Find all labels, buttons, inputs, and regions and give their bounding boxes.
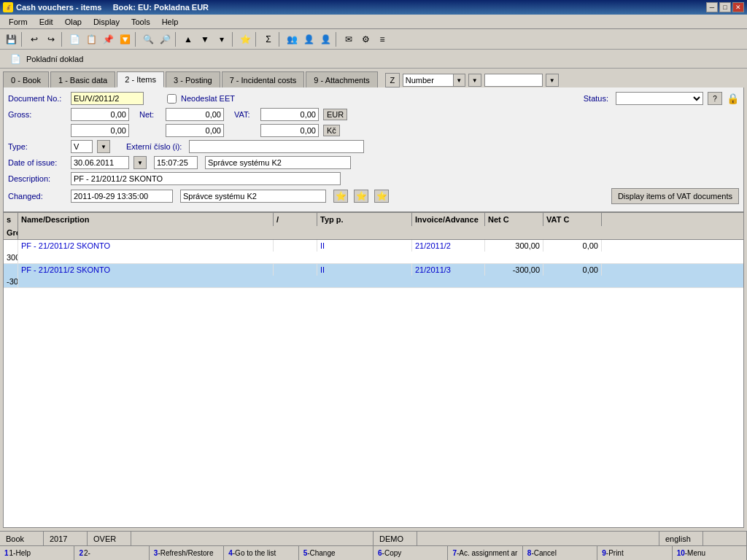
changed-btn-1[interactable]: ⭐ <box>333 190 348 203</box>
number-input[interactable] <box>403 74 454 87</box>
toolbar-redo[interactable]: ↪ <box>43 31 59 47</box>
externi-cislo-input[interactable] <box>189 140 364 153</box>
fn-1[interactable]: 11-Help <box>0 546 74 560</box>
col-header-invoice[interactable]: Invoice/Advance <box>412 213 485 226</box>
toolbar-paste[interactable]: 📌 <box>100 31 116 47</box>
close-button[interactable]: ✕ <box>732 2 744 12</box>
fn-5[interactable]: 5-Change <box>299 546 374 560</box>
main-content: 0 - Book 1 - Basic data 2 - Items 3 - Po… <box>0 69 747 531</box>
tab-9[interactable]: 9 - Attachments <box>306 71 377 88</box>
toolbar-save[interactable]: 💾 <box>3 31 19 47</box>
status-info-btn[interactable]: ? <box>708 92 722 105</box>
toolbar-filter[interactable]: 🔽 <box>117 31 133 47</box>
toolbar-search2[interactable]: 🔎 <box>157 31 173 47</box>
menu-edit[interactable]: Edit <box>34 16 59 28</box>
fn-10[interactable]: 10-Menu <box>673 546 747 560</box>
toolbar-mail[interactable]: ✉ <box>341 31 357 47</box>
vat-input-1[interactable] <box>260 108 319 121</box>
number-dropdown-arrow[interactable]: ▼ <box>454 74 465 87</box>
fn-2[interactable]: 22- <box>74 546 149 560</box>
col-header-vat[interactable]: VAT C <box>543 213 602 226</box>
cell-s-0 <box>4 240 18 252</box>
document-no-label: Document No.: <box>8 94 66 103</box>
document-no-input[interactable] <box>71 92 144 105</box>
time-input[interactable] <box>154 156 198 169</box>
type-input[interactable] <box>71 140 93 153</box>
tab-3[interactable]: 3 - Posting <box>166 71 220 88</box>
vat-input-2[interactable] <box>260 124 319 137</box>
table-row[interactable]: PF - 21/2011/2 SKONTO II 21/2011/3 -300,… <box>4 264 743 288</box>
fn-9[interactable]: 9-Print <box>597 546 672 560</box>
grid-body: PF - 21/2011/2 SKONTO II 21/2011/2 300,0… <box>4 240 743 527</box>
extra-dropdown-1[interactable]: ▼ <box>468 74 481 87</box>
fn-8[interactable]: 8-Cancel <box>523 546 597 560</box>
changed-btn-2[interactable]: ⭐ <box>354 190 368 203</box>
toolbar-dropdown[interactable]: ▾ <box>214 31 230 47</box>
toolbar-copy[interactable]: 📋 <box>83 31 99 47</box>
changed-btn-3[interactable]: ⭐ <box>374 190 389 203</box>
toolbar-undo[interactable]: ↩ <box>26 31 42 47</box>
description-input[interactable] <box>71 172 341 185</box>
menu-display[interactable]: Display <box>88 16 125 28</box>
extra-dropdown-2[interactable]: ▼ <box>546 74 559 87</box>
gross-input-1[interactable] <box>71 108 129 121</box>
col-header-net[interactable]: Net C <box>485 213 543 226</box>
toolbar-up[interactable]: ▲ <box>180 31 196 47</box>
toolbar-settings[interactable]: ⚙ <box>357 31 374 47</box>
date-dropdown[interactable]: ▼ <box>133 156 147 169</box>
col-header-typ[interactable]: Typ p. <box>317 213 412 226</box>
pokladni-icon[interactable]: 📄 <box>7 51 23 67</box>
fn-7[interactable]: 7-Ac. assignment ar <box>448 546 522 560</box>
changed-input[interactable] <box>71 190 173 203</box>
tab-7[interactable]: 7 - Incidental costs <box>222 71 305 88</box>
toolbar-sigma[interactable]: Σ <box>260 31 276 47</box>
minimize-button[interactable]: ─ <box>706 2 718 12</box>
toolbar-star[interactable]: ⭐ <box>237 31 253 47</box>
tab-z-button[interactable]: Z <box>385 73 400 88</box>
data-grid: s Name/Description / Typ p. Invoice/Adva… <box>3 212 744 528</box>
cell-typ-0: II <box>317 240 412 252</box>
col-header-gross[interactable]: Gross C <box>4 226 18 239</box>
changed-label: Changed: <box>8 192 66 201</box>
menu-form[interactable]: Form <box>3 16 34 28</box>
net-input-2[interactable] <box>166 124 224 137</box>
fn-3[interactable]: 3-Refresh/Restore <box>150 546 224 560</box>
type-dropdown[interactable]: ▼ <box>97 140 110 153</box>
cell-gross-0: 300,00 <box>4 252 18 263</box>
cell-name-1: PF - 21/2011/2 SKONTO <box>18 264 274 276</box>
extra-input[interactable] <box>484 74 543 87</box>
neodeslat-eet-checkbox[interactable] <box>167 94 177 104</box>
toolbar-menu[interactable]: ≡ <box>374 31 390 47</box>
fn-6[interactable]: 6-Copy <box>374 546 448 560</box>
gross-input-2[interactable] <box>71 124 129 137</box>
net-input-1[interactable] <box>166 108 224 121</box>
date-input[interactable] <box>71 156 129 169</box>
display-vat-button[interactable]: Display items of VAT documents <box>611 188 739 204</box>
toolbar-search1[interactable]: 🔍 <box>140 31 156 47</box>
changed-user-input[interactable] <box>180 190 326 203</box>
form-row-6: Changed: ⭐ ⭐ ⭐ Display items of VAT docu… <box>8 188 739 204</box>
fn-4[interactable]: 4-Go to the list <box>224 546 298 560</box>
col-header-sort[interactable]: / <box>274 213 317 226</box>
cell-vat-0: 0,00 <box>543 240 602 252</box>
cell-net-0: 300,00 <box>485 240 543 252</box>
cell-invoice-0: 21/2011/2 <box>412 240 485 252</box>
toolbar-down[interactable]: ▼ <box>197 31 213 47</box>
menu-tools[interactable]: Tools <box>125 16 156 28</box>
toolbar-users1[interactable]: 👥 <box>284 31 300 47</box>
table-row[interactable]: PF - 21/2011/2 SKONTO II 21/2011/2 300,0… <box>4 240 743 264</box>
toolbar: 💾 ↩ ↪ 📄 📋 📌 🔽 🔍 🔎 ▲ ▼ ▾ ⭐ Σ 👥 👤 👤 ✉ ⚙ ≡ <box>0 29 747 50</box>
toolbar-users2[interactable]: 👤 <box>301 31 317 47</box>
tab-0[interactable]: 0 - Book <box>3 71 49 88</box>
menu-olap[interactable]: Olap <box>59 16 88 28</box>
menu-help[interactable]: Help <box>156 16 185 28</box>
toolbar-new[interactable]: 📄 <box>66 31 82 47</box>
status-select[interactable] <box>616 92 703 105</box>
col-header-name[interactable]: Name/Description <box>18 213 274 226</box>
tab-1[interactable]: 1 - Basic data <box>50 71 115 88</box>
maximize-button[interactable]: □ <box>719 2 731 12</box>
user-input-date[interactable] <box>205 156 351 169</box>
fn-bar: 11-Help 22- 3-Refresh/Restore 4-Go to th… <box>0 545 747 560</box>
toolbar-users3[interactable]: 👤 <box>317 31 333 47</box>
tab-2[interactable]: 2 - Items <box>117 71 164 88</box>
